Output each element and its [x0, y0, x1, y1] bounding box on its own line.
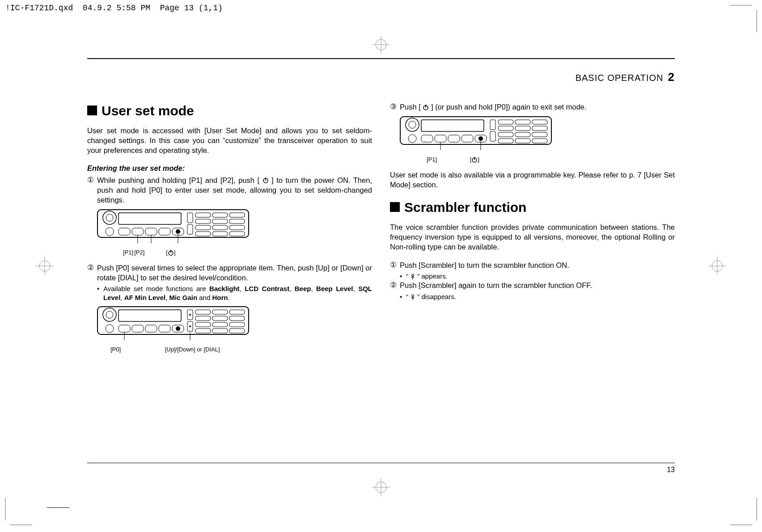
scrambler-intro: The voice scrambler function provides pr…: [390, 222, 675, 252]
crop-mark-bl: [1, 498, 32, 531]
step-2: ② Push [P0] several times to select the …: [87, 263, 372, 283]
svg-point-24: [106, 228, 114, 236]
svg-rect-103: [532, 132, 547, 137]
scrambler-heading: Scrambler function: [390, 198, 675, 217]
crop-mark-tr: [730, 1, 761, 34]
svg-rect-68: [229, 316, 245, 321]
registration-mark-left: [36, 257, 54, 275]
qxd-header: !IC-F1721D.qxd 04.9.2 5:58 PM Page 13 (1…: [0, 0, 762, 16]
svg-rect-104: [498, 139, 513, 143]
square-bullet-icon: [390, 202, 400, 212]
svg-rect-26: [132, 228, 144, 235]
svg-rect-32: [187, 224, 193, 234]
svg-rect-102: [515, 132, 530, 137]
section-label: BASIC OPERATION: [576, 73, 664, 83]
svg-rect-41: [229, 225, 245, 230]
svg-rect-106: [532, 139, 547, 143]
scrambler-step-2: ② Push [Scrambler] again to turn the scr…: [390, 280, 675, 290]
svg-rect-33: [195, 213, 211, 217]
crop-mark-br: [730, 498, 761, 531]
svg-rect-56: [132, 325, 144, 332]
scrambler-step-2-text: Push [Scrambler] again to turn the scram…: [400, 280, 675, 290]
svg-rect-96: [515, 120, 530, 124]
scrambler-step-1-number: ①: [390, 260, 400, 270]
label-p2: [P2]: [134, 249, 144, 257]
step-2-bullet: • Available set mode functions are Backl…: [87, 284, 372, 302]
svg-rect-73: [212, 329, 228, 333]
svg-rect-36: [195, 219, 211, 224]
diagram-3-labels: [P1] []: [390, 156, 675, 164]
svg-rect-53: [119, 310, 181, 321]
label-p1-d3: [P1]: [427, 156, 437, 164]
label-power-d3: []: [470, 156, 479, 164]
svg-rect-95: [498, 120, 513, 124]
svg-rect-35: [229, 213, 245, 217]
step-3: ③ Push [ ] (or push and hold [P0]) again…: [390, 102, 675, 112]
svg-rect-40: [212, 225, 228, 230]
svg-rect-72: [195, 329, 211, 333]
svg-rect-31: [187, 213, 193, 223]
svg-rect-44: [229, 232, 245, 236]
svg-rect-94: [490, 131, 495, 141]
label-p0: [P0]: [110, 346, 121, 354]
svg-point-79: [189, 325, 191, 327]
power-icon: [423, 104, 429, 110]
svg-point-22: [106, 214, 113, 221]
svg-rect-39: [195, 225, 211, 230]
diagram-1-labels: [P1][P2][]: [87, 249, 372, 257]
svg-point-30: [176, 229, 180, 234]
qxd-filename: !IC-F1721D.qxd: [5, 4, 73, 13]
diagram-2-labels: [P0] [Up]/[Down] or [DIAL]: [87, 346, 372, 354]
svg-rect-58: [159, 325, 170, 332]
step-3-text: Push [ ] (or push and hold [P0]) again t…: [400, 102, 675, 112]
qxd-page-info: Page 13 (1,1): [160, 4, 223, 13]
step-2-text: Push [P0] several times to select the ap…: [97, 263, 372, 283]
svg-rect-70: [212, 322, 228, 327]
svg-rect-25: [119, 228, 130, 235]
programmable-note: User set mode is also available via a pr…: [390, 170, 675, 190]
chapter-number: 2: [668, 70, 675, 84]
left-column: User set mode User set mode is accessed …: [87, 102, 372, 360]
svg-point-52: [106, 311, 113, 318]
scrambler-step-1-text: Push [Scrambler] to turn the scrambler f…: [400, 260, 675, 270]
scrambler-step-1-bullet: • “ ” appears.: [390, 272, 675, 281]
svg-rect-89: [448, 135, 460, 142]
step-1-number: ①: [87, 175, 97, 205]
svg-point-78: [189, 314, 191, 316]
step-2-number: ②: [87, 263, 97, 283]
scrambler-step-2-bullet: • “ ” disappears.: [390, 292, 675, 301]
page-content: BASIC OPERATION2 User set mode User set …: [87, 58, 675, 474]
svg-rect-100: [532, 126, 547, 131]
scrambler-step-1: ① Push [Scrambler] to turn the scrambler…: [390, 260, 675, 270]
section-header: BASIC OPERATION2: [87, 59, 675, 86]
user-set-mode-heading: User set mode: [87, 102, 372, 120]
svg-point-92: [478, 136, 483, 141]
svg-rect-98: [498, 126, 513, 131]
scrambler-icon: [410, 274, 415, 280]
step-1: ① While pushing and holding [P1] and [P2…: [87, 175, 372, 205]
page-number: 13: [87, 463, 675, 474]
radio-diagram-3: [400, 116, 675, 152]
svg-point-84: [409, 121, 416, 128]
square-bullet-icon: [87, 106, 97, 115]
svg-point-83: [406, 118, 419, 131]
svg-rect-93: [490, 120, 495, 130]
svg-rect-101: [498, 132, 513, 137]
svg-rect-27: [145, 228, 157, 235]
step-2-bullet-text: Available set mode functions are Backlig…: [103, 284, 372, 302]
svg-rect-63: [195, 310, 211, 314]
svg-point-60: [176, 326, 180, 331]
radio-diagram-2: [97, 306, 372, 342]
svg-rect-67: [212, 316, 228, 321]
label-p1: [P1]: [123, 249, 133, 257]
svg-rect-55: [119, 325, 130, 332]
right-column: ③ Push [ ] (or push and hold [P0]) again…: [390, 102, 675, 360]
svg-rect-23: [119, 213, 181, 224]
registration-mark-bottom: [372, 478, 390, 496]
svg-rect-85: [421, 120, 484, 131]
step-3-number: ③: [390, 102, 400, 112]
svg-rect-97: [532, 120, 547, 124]
scrambler-icon: [410, 294, 415, 300]
registration-mark-right: [708, 257, 726, 275]
svg-rect-87: [421, 135, 433, 142]
